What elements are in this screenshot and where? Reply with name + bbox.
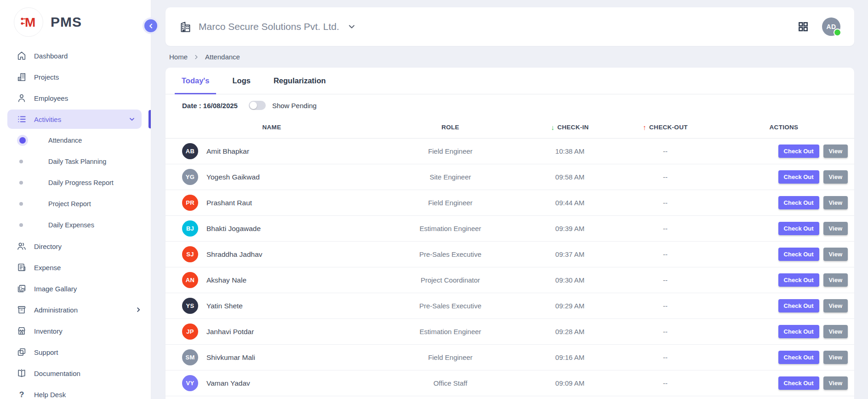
employee-name: Yogesh Gaikwad [206,173,260,181]
chevron-down-icon [348,23,355,30]
tab-regularization[interactable]: Regularization [267,68,333,94]
sidebar-item-label: Help Desk [34,391,66,399]
sidebar-subitem-label: Daily Expenses [48,221,94,229]
check-out-button[interactable]: Check Out [778,273,819,287]
sidebar-subitem-project-report[interactable]: Project Report [0,193,151,214]
sidebar-item-label: Dashboard [34,52,68,60]
name-cell: JPJanhavi Potdar [166,324,378,340]
sidebar-item-inventory[interactable]: Inventory [0,320,151,341]
help-icon: ? [17,389,27,399]
employee-role: Pre-Sales Executive [419,302,481,310]
actions-cell: Check OutView [714,299,854,312]
sidebar-item-activities[interactable]: Activities [7,110,142,129]
sidebar-item-help-desk[interactable]: ?Help Desk [0,384,151,399]
view-button[interactable]: View [823,299,848,312]
sidebar-item-support[interactable]: Support [0,341,151,363]
avatar: SM [182,349,198,365]
column-header-actions: ACTIONS [714,124,854,131]
sidebar-item-image-gallary[interactable]: Image Gallary [0,278,151,299]
actions-cell: Check OutView [714,351,854,364]
chevron-right-icon [194,54,199,60]
attendance-card: Today's Logs Regularization Date : 16/08… [166,68,854,399]
actions-cell: Check OutView [714,273,854,287]
breadcrumb-attendance[interactable]: Attendance [205,53,240,61]
sidebar-item-directory[interactable]: Directory [0,236,151,257]
avatar: BJ [182,220,198,237]
table-row: ANAkshay NaleProject Coordinator09:30 AM… [166,267,854,293]
employee-name: Bhakti Jogawade [206,225,261,233]
people-icon [17,241,27,251]
table-row: SJShraddha JadhavPre-Sales Executive09:3… [166,242,854,267]
breadcrumb-home[interactable]: Home [169,53,188,61]
actions-cell: Check OutView [714,222,854,235]
view-button[interactable]: View [823,273,848,287]
actions-cell: Check OutView [714,325,854,338]
check-out-button[interactable]: Check Out [778,145,819,158]
column-header-check-in[interactable]: ↓ CHECK-IN [523,123,617,131]
employee-name: Shivkumar Mali [206,353,255,362]
view-button[interactable]: View [823,145,848,158]
view-button[interactable]: View [823,248,848,261]
check-out-button[interactable]: Check Out [778,248,819,261]
view-button[interactable]: View [823,376,848,390]
check-out-time: -- [663,225,668,232]
check-out-time: -- [663,250,668,258]
app-name: PMS [51,14,82,30]
check-out-button[interactable]: Check Out [778,376,819,390]
book-icon [17,368,27,378]
employee-role: Field Engineer [428,353,473,361]
view-button[interactable]: View [823,170,848,184]
avatar: JP [182,324,198,340]
view-button[interactable]: View [823,222,848,235]
logo-row: M PMS [0,0,151,41]
tab-logs[interactable]: Logs [225,68,257,94]
sidebar-subitem-attendance[interactable]: Attendance [0,130,151,151]
toggle-knob [250,102,257,109]
employee-role: Site Engineer [429,173,471,181]
check-out-header-label: CHECK-OUT [649,124,688,131]
tab-todays[interactable]: Today's [175,68,216,94]
sidebar-item-label: Image Gallary [34,285,77,293]
online-status-dot [834,29,841,36]
check-in-header-label: CHECK-IN [557,124,588,131]
employee-name: Amit Bhapkar [206,147,249,156]
check-out-button[interactable]: Check Out [778,299,819,312]
bullet-icon [19,202,23,206]
sidebar-item-employees[interactable]: Employees [0,87,151,109]
avatar: VY [182,375,198,391]
sidebar-subitem-daily-progress-report[interactable]: Daily Progress Report [0,172,151,193]
tabs-bar: Today's Logs Regularization [166,68,854,94]
company-selector[interactable]: Marco Secure Solutions Pvt. Ltd. [179,21,355,33]
sidebar-item-label: Documentation [34,370,80,377]
sidebar-item-label: Employees [34,94,68,102]
company-logo: M [14,7,43,37]
table-row: BJBhakti JogawadeEstimation Engineer09:3… [166,216,854,242]
employee-name: Janhavi Potdar [206,328,254,336]
sidebar-subitem-daily-expenses[interactable]: Daily Expenses [0,214,151,236]
view-button[interactable]: View [823,196,848,209]
check-out-button[interactable]: Check Out [778,325,819,338]
sidebar-subitem-daily-task-planning[interactable]: Daily Task Planning [0,151,151,172]
sidebar-item-dashboard[interactable]: Dashboard [0,45,151,66]
sidebar-item-label: Inventory [34,327,63,335]
check-in-time: 10:38 AM [555,147,584,155]
show-pending-toggle[interactable] [249,101,266,110]
employee-name: Yatin Shete [206,302,243,310]
check-out-button[interactable]: Check Out [778,170,819,184]
check-out-button[interactable]: Check Out [778,351,819,364]
sidebar-item-projects[interactable]: Projects [0,66,151,87]
sidebar-item-expense[interactable]: Expense [0,257,151,278]
user-avatar[interactable]: AD [822,17,840,36]
column-header-check-out[interactable]: ↑ CHECK-OUT [617,123,714,131]
check-out-button[interactable]: Check Out [778,222,819,235]
sidebar-collapse-button[interactable] [144,19,157,32]
apps-grid-icon[interactable] [797,21,809,33]
view-button[interactable]: View [823,325,848,338]
check-out-button[interactable]: Check Out [778,196,819,209]
sidebar-item-documentation[interactable]: Documentation [0,363,151,384]
check-in-time: 09:58 AM [555,173,584,181]
sort-up-arrow-icon: ↑ [643,123,646,131]
name-cell: YSYatin Shete [166,298,378,314]
view-button[interactable]: View [823,351,848,364]
sidebar-item-administration[interactable]: Administration [0,299,151,320]
